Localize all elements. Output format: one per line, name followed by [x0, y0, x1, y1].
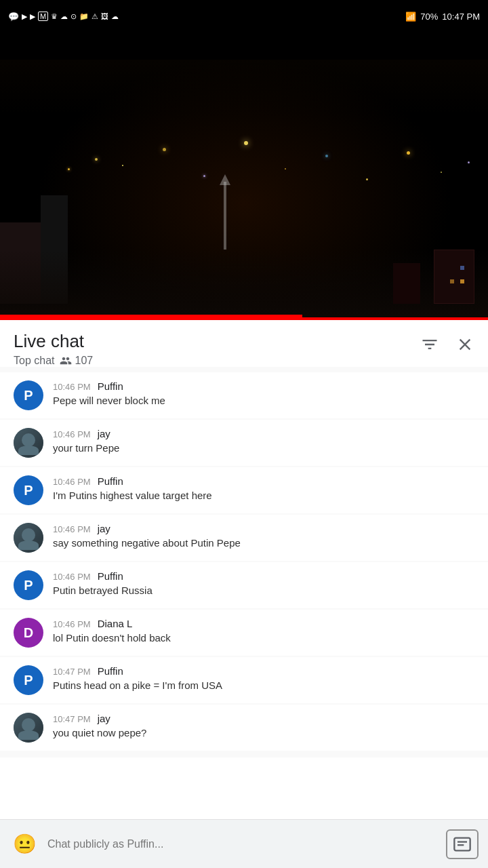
battery-text: 70%	[420, 12, 438, 22]
close-button[interactable]	[455, 335, 474, 354]
message-time: 10:46 PM	[53, 524, 91, 534]
message-content: 10:46 PM Diana L lol Putin doesn't hold …	[53, 618, 474, 645]
chat-message: 10:46 PM jay your turn Pepe	[0, 420, 488, 466]
message-meta: 10:47 PM jay	[53, 713, 474, 724]
livechat-title: Live chat	[14, 331, 93, 352]
livechat-container: Live chat Top chat 107	[0, 320, 488, 757]
video-progress-bar[interactable]	[0, 315, 302, 317]
message-meta: 10:46 PM jay	[53, 428, 474, 439]
chat-message: P 10:46 PM Puffin I'm Putins highest val…	[0, 467, 488, 513]
chat-message: 10:47 PM jay you quiet now pepe?	[0, 705, 488, 751]
avatar	[14, 713, 43, 743]
message-time: 10:46 PM	[53, 382, 91, 392]
message-username: jay	[98, 428, 110, 439]
input-spacer	[0, 757, 488, 806]
video-player[interactable]	[0, 33, 488, 317]
message-username: Diana L	[98, 618, 133, 629]
message-username: jay	[98, 523, 110, 534]
message-meta: 10:46 PM Diana L	[53, 618, 474, 629]
cloud2-icon: ☁	[111, 12, 119, 21]
message-time: 10:46 PM	[53, 572, 91, 582]
message-content: 10:46 PM Puffin Putin betrayed Russia	[53, 570, 474, 597]
livechat-header-right	[420, 331, 474, 354]
message-meta: 10:46 PM Puffin	[53, 380, 474, 392]
person-icon	[60, 355, 72, 367]
folder-icon: 📁	[79, 12, 89, 21]
message-meta: 10:46 PM jay	[53, 523, 474, 534]
wifi-icon: 📶	[405, 12, 416, 22]
avatar: P	[14, 380, 43, 410]
app-icon-m: M	[38, 12, 48, 21]
top-chat-label: Top chat	[14, 355, 54, 367]
circle-icon: ⊙	[70, 12, 77, 21]
message-content: 10:46 PM Puffin I'm Putins highest value…	[53, 475, 474, 502]
crown-icon: ♛	[51, 12, 58, 21]
chat-messages: P 10:46 PM Puffin Pepe will never block …	[0, 367, 488, 757]
message-content: 10:46 PM jay your turn Pepe	[53, 428, 474, 455]
chat-message: P 10:46 PM Puffin Pepe will never block …	[0, 372, 488, 418]
message-text: you quiet now pepe?	[53, 726, 474, 740]
chat-message: P 10:47 PM Puffin Putins head on a pike …	[0, 657, 488, 703]
livechat-header-left: Live chat Top chat 107	[14, 331, 93, 367]
avatar: P	[14, 475, 43, 505]
message-content: 10:46 PM Puffin Pepe will never block me	[53, 380, 474, 408]
message-text: Pepe will never block me	[53, 393, 474, 408]
warning-icon: ⚠	[92, 12, 98, 21]
message-time: 10:46 PM	[53, 619, 91, 629]
message-text: your turn Pepe	[53, 441, 474, 455]
chat-message: P 10:46 PM Puffin Putin betrayed Russia	[0, 562, 488, 608]
message-content: 10:46 PM jay say something negative abou…	[53, 523, 474, 550]
message-meta: 10:47 PM Puffin	[53, 665, 474, 677]
notification-icons: 💬 ▶ ▶ M ♛ ☁ ⊙ 📁 ⚠ 🖼 ☁	[8, 12, 119, 22]
viewer-count: 107	[60, 355, 93, 367]
status-right: 📶 70% 10:47 PM	[405, 12, 480, 22]
message-username: jay	[98, 713, 110, 724]
youtube2-icon: ▶	[30, 12, 35, 21]
close-icon	[455, 335, 474, 354]
message-username: Puffin	[98, 665, 123, 677]
message-username: Puffin	[98, 475, 123, 487]
message-meta: 10:46 PM Puffin	[53, 475, 474, 487]
avatar	[14, 428, 43, 458]
avatar: P	[14, 570, 43, 600]
message-content: 10:47 PM Puffin Putins head on a pike = …	[53, 665, 474, 692]
send-icon	[453, 835, 472, 854]
message-username: Puffin	[98, 380, 123, 392]
avatar: D	[14, 618, 43, 648]
message-text: Putins head on a pike = I'm from USA	[53, 678, 474, 692]
message-time: 10:46 PM	[53, 429, 91, 439]
avatar: P	[14, 665, 43, 695]
chat-input[interactable]	[47, 829, 438, 859]
image-icon: 🖼	[101, 12, 108, 20]
emoji-button[interactable]: 😐	[9, 829, 39, 859]
message-text: I'm Putins highest value target here	[53, 488, 474, 502]
message-text: Putin betrayed Russia	[53, 583, 474, 597]
livechat-subtitle: Top chat 107	[14, 355, 93, 367]
status-bar: 💬 ▶ ▶ M ♛ ☁ ⊙ 📁 ⚠ 🖼 ☁ 📶 70% 10:47 PM	[0, 0, 488, 33]
message-time: 10:46 PM	[53, 477, 91, 487]
livechat-header: Live chat Top chat 107	[0, 320, 488, 367]
send-button[interactable]	[446, 829, 479, 859]
message-text: lol Putin doesn't hold back	[53, 631, 474, 645]
viewer-count-text: 107	[75, 355, 93, 367]
video-background	[0, 33, 488, 317]
message-time: 10:47 PM	[53, 667, 91, 677]
message-time: 10:47 PM	[53, 714, 91, 724]
cloud-icon: ☁	[60, 12, 68, 21]
filter-icon	[420, 335, 439, 354]
input-bar: 😐	[0, 819, 488, 868]
time-text: 10:47 PM	[442, 12, 480, 22]
message-icon: 💬	[8, 12, 19, 22]
avatar	[14, 523, 43, 553]
filter-button[interactable]	[420, 335, 439, 354]
chat-message: D 10:46 PM Diana L lol Putin doesn't hol…	[0, 610, 488, 656]
youtube-icon: ▶	[22, 12, 27, 21]
message-text: say something negative about Putin Pepe	[53, 536, 474, 550]
chat-message: 10:46 PM jay say something negative abou…	[0, 515, 488, 561]
message-content: 10:47 PM jay you quiet now pepe?	[53, 713, 474, 740]
message-username: Puffin	[98, 570, 123, 582]
message-meta: 10:46 PM Puffin	[53, 570, 474, 582]
